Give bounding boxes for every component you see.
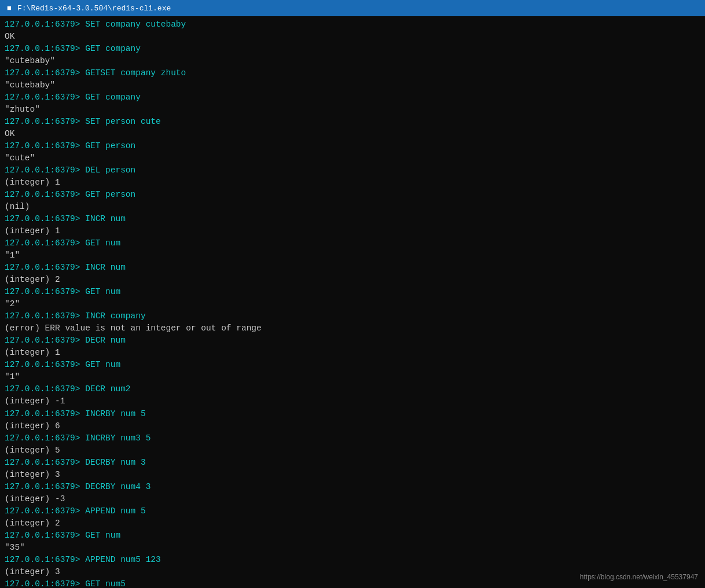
terminal-line: 127.0.0.1:6379> DECRBY num 3 <box>5 457 700 469</box>
prompt-text: 127.0.0.1:6379> <box>5 384 85 394</box>
terminal-line: 127.0.0.1:6379> INCRBY num3 5 <box>5 432 700 444</box>
prompt-text: 127.0.0.1:6379> <box>5 68 85 78</box>
terminal-line: 127.0.0.1:6379> SET person cute <box>5 116 700 128</box>
terminal-line: 127.0.0.1:6379> GET person <box>5 140 700 152</box>
command-text: INCRBY num3 5 <box>85 433 150 443</box>
prompt-text: 127.0.0.1:6379> <box>5 506 85 516</box>
command-text: GETSET company zhuto <box>85 68 186 78</box>
command-text: GET num <box>85 531 120 540</box>
prompt-text: 127.0.0.1:6379> <box>5 214 85 223</box>
prompt-text: 127.0.0.1:6379> <box>5 20 85 29</box>
response-text: "1" <box>5 249 700 262</box>
command-text: GET person <box>85 190 135 199</box>
watermark: https://blog.csdn.net/weixin_45537947 <box>580 573 698 581</box>
command-text: DECR num2 <box>85 384 130 394</box>
response-text: (integer) 2 <box>5 274 700 286</box>
command-text: DEL person <box>85 166 135 175</box>
terminal-line: 127.0.0.1:6379> APPEND num5 123 <box>5 554 700 566</box>
command-text: GET num <box>85 287 120 296</box>
terminal-line: 127.0.0.1:6379> GET company <box>5 91 700 104</box>
terminal-line: 127.0.0.1:6379> GET num <box>5 359 700 371</box>
command-text: GET num5 <box>85 579 126 588</box>
response-text: (integer) 1 <box>5 347 700 359</box>
terminal-line: 127.0.0.1:6379> DECRBY num4 3 <box>5 481 700 493</box>
prompt-text: 127.0.0.1:6379> <box>5 531 85 540</box>
terminal-line: 127.0.0.1:6379> INCR company <box>5 310 700 322</box>
prompt-text: 127.0.0.1:6379> <box>5 141 85 150</box>
response-text: "35" <box>5 542 700 554</box>
command-text: GET company <box>85 44 141 53</box>
prompt-text: 127.0.0.1:6379> <box>5 579 85 588</box>
response-text: "zhuto" <box>5 104 700 116</box>
response-text: OK <box>5 128 700 140</box>
terminal-line: 127.0.0.1:6379> GET company <box>5 43 700 55</box>
command-text: SET person cute <box>85 117 161 126</box>
response-text: (integer) -1 <box>5 395 700 407</box>
title-bar-text: F:\Redis-x64-3.0.504\redis-cli.exe <box>17 4 171 13</box>
prompt-text: 127.0.0.1:6379> <box>5 263 85 272</box>
response-text: (nil) <box>5 201 700 213</box>
command-text: GET num <box>85 360 120 369</box>
response-text: (integer) 5 <box>5 444 700 457</box>
response-text: OK <box>5 31 700 43</box>
prompt-text: 127.0.0.1:6379> <box>5 336 85 345</box>
prompt-text: 127.0.0.1:6379> <box>5 287 85 296</box>
terminal-line: 127.0.0.1:6379> INCR num <box>5 262 700 274</box>
command-text: APPEND num5 123 <box>85 555 161 564</box>
command-text: INCR num <box>85 214 126 223</box>
terminal-line: 127.0.0.1:6379> APPEND num 5 <box>5 505 700 517</box>
terminal-line: 127.0.0.1:6379> GET num <box>5 237 700 249</box>
command-text: DECRBY num 3 <box>85 458 145 467</box>
terminal-line: 127.0.0.1:6379> INCR num <box>5 213 700 225</box>
terminal-line: 127.0.0.1:6379> GET num <box>5 286 700 298</box>
terminal-line: 127.0.0.1:6379> DECR num <box>5 335 700 347</box>
prompt-text: 127.0.0.1:6379> <box>5 555 85 564</box>
command-text: SET company cutebaby <box>85 20 186 29</box>
response-text: "cute" <box>5 152 700 164</box>
response-text: "cutebaby" <box>5 55 700 67</box>
title-bar-icon: ■ <box>5 3 14 13</box>
terminal-line: 127.0.0.1:6379> GET num <box>5 530 700 542</box>
prompt-text: 127.0.0.1:6379> <box>5 458 85 467</box>
response-text: (integer) 1 <box>5 177 700 189</box>
command-text: APPEND num 5 <box>85 506 145 516</box>
command-text: INCR company <box>85 311 145 321</box>
response-text: (integer) 2 <box>5 517 700 530</box>
prompt-text: 127.0.0.1:6379> <box>5 360 85 369</box>
response-text: (error) ERR value is not an integer or o… <box>5 322 700 335</box>
command-text: GET person <box>85 141 135 150</box>
prompt-text: 127.0.0.1:6379> <box>5 311 85 321</box>
command-text: INCRBY num 5 <box>85 409 145 418</box>
terminal-line: 127.0.0.1:6379> DECR num2 <box>5 383 700 395</box>
prompt-text: 127.0.0.1:6379> <box>5 409 85 418</box>
terminal-line: 127.0.0.1:6379> INCRBY num 5 <box>5 408 700 420</box>
prompt-text: 127.0.0.1:6379> <box>5 238 85 248</box>
command-text: INCR num <box>85 263 126 272</box>
prompt-text: 127.0.0.1:6379> <box>5 482 85 491</box>
prompt-text: 127.0.0.1:6379> <box>5 93 85 102</box>
response-text: "1" <box>5 371 700 383</box>
response-text: (integer) 3 <box>5 469 700 481</box>
prompt-text: 127.0.0.1:6379> <box>5 190 85 199</box>
terminal-line: 127.0.0.1:6379> SET company cutebaby <box>5 19 700 31</box>
terminal-line: 127.0.0.1:6379> DEL person <box>5 164 700 177</box>
command-text: GET company <box>85 93 141 102</box>
response-text: "cutebaby" <box>5 79 700 91</box>
terminal-line: 127.0.0.1:6379> GETSET company zhuto <box>5 67 700 79</box>
command-text: GET num <box>85 238 120 248</box>
response-text: (integer) -3 <box>5 493 700 505</box>
response-text: (integer) 1 <box>5 225 700 237</box>
prompt-text: 127.0.0.1:6379> <box>5 44 85 53</box>
response-text: "2" <box>5 298 700 310</box>
prompt-text: 127.0.0.1:6379> <box>5 166 85 175</box>
prompt-text: 127.0.0.1:6379> <box>5 117 85 126</box>
command-text: DECR num <box>85 336 126 345</box>
response-text: (integer) 6 <box>5 420 700 432</box>
title-bar: ■ F:\Redis-x64-3.0.504\redis-cli.exe <box>0 0 705 16</box>
prompt-text: 127.0.0.1:6379> <box>5 433 85 443</box>
terminal-line: 127.0.0.1:6379> GET person <box>5 189 700 201</box>
command-text: DECRBY num4 3 <box>85 482 150 491</box>
terminal-content[interactable]: 127.0.0.1:6379> SET company cutebabyOK12… <box>0 16 705 588</box>
